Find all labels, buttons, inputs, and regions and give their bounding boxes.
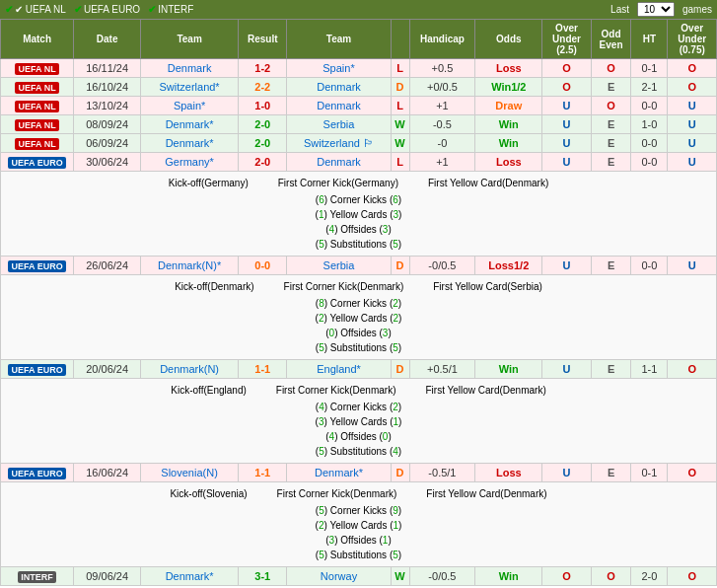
cell-competition[interactable]: UEFA NL — [1, 97, 74, 115]
cell-odd-even: O — [591, 567, 631, 586]
cell-handicap: +0/0.5 — [409, 78, 475, 97]
cell-team1[interactable]: Spain* — [141, 97, 239, 115]
team1-link[interactable]: Germany* — [165, 156, 214, 168]
team1-link[interactable]: Denmark(N) — [160, 363, 219, 375]
cell-handicap: +1 — [409, 153, 475, 172]
filter-uefa-euro[interactable]: ✔ UEFA EURO — [74, 4, 140, 15]
cell-team2[interactable]: Spain* — [287, 59, 391, 78]
team2-link[interactable]: Serbia — [323, 259, 355, 271]
cell-competition[interactable]: INTERF — [1, 567, 74, 586]
cell-wdl: D — [391, 360, 409, 379]
cell-team1[interactable]: Denmark* — [141, 567, 239, 586]
competition-badge: UEFA EURO — [8, 468, 65, 479]
cell-competition[interactable]: UEFA NL — [1, 134, 74, 153]
cell-team2[interactable]: Denmark — [287, 78, 391, 97]
cell-team1[interactable]: Denmark* — [141, 115, 239, 134]
cell-competition[interactable]: UEFA EURO — [1, 153, 74, 172]
cell-team2[interactable]: England* — [287, 360, 391, 379]
table-row: UEFA NL 16/11/24 Denmark 1-2 Spain* L +0… — [1, 59, 717, 78]
team1-link[interactable]: Denmark* — [166, 137, 214, 149]
cell-team1[interactable]: Switzerland* — [141, 78, 239, 97]
filter-uefa-nl[interactable]: ✔ ✔ UEFA NL — [5, 4, 66, 15]
stat-line: (3) Offsides (1) — [5, 533, 712, 548]
cell-team1[interactable]: Denmark* — [141, 134, 239, 153]
cell-team2[interactable]: Norway — [287, 567, 391, 586]
cell-ou075: O — [668, 78, 717, 97]
team1-link[interactable]: Denmark(N)* — [158, 259, 221, 271]
cell-wdl: W — [391, 115, 409, 134]
table-row: UEFA EURO 20/06/24 Denmark(N) 1-1 Englan… — [1, 360, 717, 379]
stat-highlight: 4 — [393, 446, 398, 457]
cell-team1[interactable]: Denmark(N)* — [141, 257, 239, 275]
col-header-handicap: Handicap — [409, 20, 475, 59]
filter-interf[interactable]: ✔ INTERF — [148, 4, 193, 15]
expand-row: Kick-off(Germany) First Corner Kick(Germ… — [1, 172, 717, 257]
result-value: 2-0 — [254, 137, 270, 149]
odd-even-value: E — [608, 156, 614, 168]
first-yellow-label: First Yellow Card(Denmark) — [428, 176, 548, 190]
cell-team2[interactable]: Switzerland 🏳 — [287, 134, 391, 153]
stat-highlight: 1 — [394, 520, 399, 531]
stat-line: (5) Substitutions (5) — [5, 548, 712, 562]
games-select[interactable]: 10 5 20 — [637, 2, 675, 17]
stat-line: (1) Yellow Cards (3) — [5, 207, 712, 222]
team2-link[interactable]: England* — [317, 363, 361, 375]
team1-link[interactable]: Slovenia(N) — [161, 467, 217, 478]
stat-highlight: 4 — [319, 402, 324, 412]
cell-odds: Loss — [475, 59, 542, 78]
cell-team2[interactable]: Denmark — [287, 97, 391, 115]
wdl-value: L — [396, 100, 403, 111]
cell-competition[interactable]: UEFA EURO — [1, 464, 74, 482]
cell-date: 06/09/24 — [74, 134, 141, 153]
cell-team2[interactable]: Denmark — [287, 153, 391, 172]
cell-competition[interactable]: UEFA EURO — [1, 257, 74, 275]
wdl-value: L — [396, 156, 403, 168]
cell-over-under-25: U — [542, 257, 591, 275]
odd-even-value: O — [607, 570, 615, 582]
cell-team1[interactable]: Denmark — [141, 59, 239, 78]
cell-odd-even: E — [591, 464, 631, 482]
team2-link[interactable]: Denmark — [317, 100, 361, 111]
cell-team2[interactable]: Denmark* — [287, 464, 391, 482]
cell-ou075: O — [668, 59, 717, 78]
competition-badge: UEFA EURO — [8, 157, 65, 169]
wdl-value: D — [396, 259, 404, 271]
ou25-value: O — [562, 62, 571, 74]
cell-date: 13/10/24 — [74, 97, 141, 115]
team2-link[interactable]: Spain* — [323, 62, 354, 74]
team2-link[interactable]: Norway — [321, 570, 357, 582]
team1-link[interactable]: Switzerland* — [160, 81, 220, 93]
team1-link[interactable]: Denmark* — [166, 118, 214, 130]
stat-highlight: 4 — [329, 224, 335, 235]
team1-link[interactable]: Spain* — [174, 100, 205, 111]
cell-wdl: L — [391, 97, 409, 115]
table-row: UEFA NL 13/10/24 Spain* 1-0 Denmark L +1… — [1, 97, 717, 115]
team2-link[interactable]: Switzerland 🏳 — [304, 137, 374, 149]
team2-link[interactable]: Denmark* — [315, 467, 363, 478]
cell-date: 30/06/24 — [74, 153, 141, 172]
cell-competition[interactable]: UEFA NL — [1, 78, 74, 97]
cell-team1[interactable]: Denmark(N) — [141, 360, 239, 379]
team2-link[interactable]: Serbia — [323, 118, 355, 130]
cell-team2[interactable]: Serbia — [287, 257, 391, 275]
stat-line: (4) Offsides (3) — [5, 222, 712, 237]
cell-odd-even: E — [591, 78, 631, 97]
cell-result: 2-0 — [239, 115, 287, 134]
team2-link[interactable]: Denmark — [317, 81, 361, 93]
team2-link[interactable]: Denmark — [317, 156, 361, 168]
cell-team2[interactable]: Serbia — [287, 115, 391, 134]
col-header-team1: Team — [141, 20, 239, 59]
cell-handicap: +1 — [409, 97, 475, 115]
team1-link[interactable]: Denmark* — [166, 570, 214, 582]
cell-date: 16/06/24 — [74, 464, 141, 482]
odds-value: Win — [499, 137, 519, 149]
cell-competition[interactable]: UEFA NL — [1, 59, 74, 78]
cell-competition[interactable]: UEFA EURO — [1, 360, 74, 379]
cell-team1[interactable]: Germany* — [141, 153, 239, 172]
cell-date: 16/10/24 — [74, 78, 141, 97]
ou25-value: U — [563, 118, 571, 130]
cell-competition[interactable]: UEFA NL — [1, 115, 74, 134]
expand-header-row: Kick-off(England) First Corner Kick(Denm… — [5, 383, 712, 398]
cell-team1[interactable]: Slovenia(N) — [141, 464, 239, 482]
team1-link[interactable]: Denmark — [168, 62, 212, 74]
